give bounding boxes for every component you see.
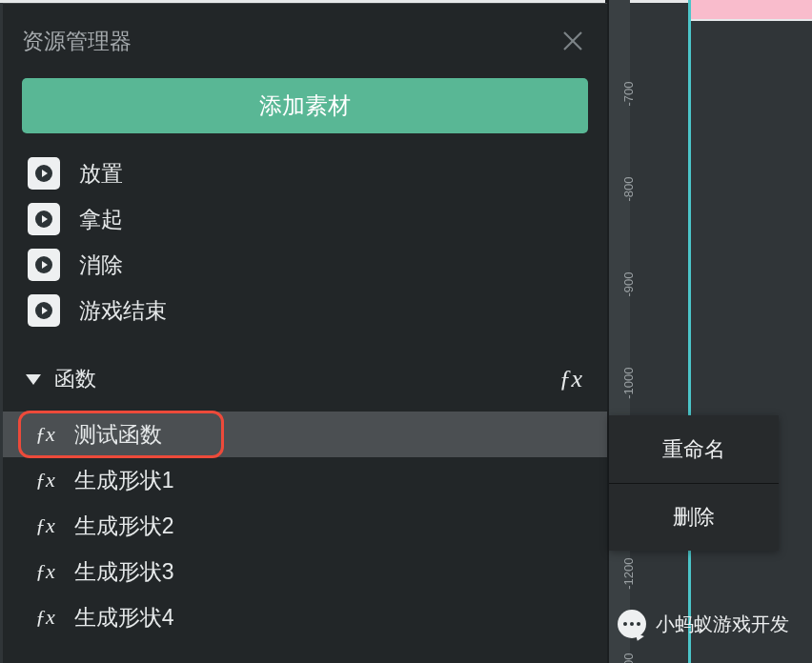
- ruler-tick: -1300: [621, 653, 636, 664]
- fx-icon: ƒx: [35, 513, 55, 538]
- asset-row-place[interactable]: 放置: [22, 151, 588, 196]
- watermark-text: 小蚂蚁游戏开发: [656, 612, 789, 637]
- close-icon[interactable]: [561, 30, 584, 52]
- play-icon: [28, 294, 60, 327]
- play-icon: [28, 203, 60, 235]
- function-row-shape2[interactable]: ƒx 生成形状2: [3, 503, 607, 549]
- ruler-tick: -1200: [621, 558, 636, 590]
- fx-icon: ƒx: [35, 605, 55, 630]
- chat-bubble-icon: [618, 610, 646, 638]
- ruler-tick: -1000: [621, 368, 636, 399]
- watermark: 小蚂蚁游戏开发: [618, 610, 789, 638]
- function-row-shape1[interactable]: ƒx 生成形状1: [3, 457, 607, 503]
- context-menu-item-label: 删除: [673, 503, 715, 532]
- add-asset-button[interactable]: 添加素材: [22, 78, 588, 133]
- function-label: 生成形状1: [74, 466, 174, 495]
- ruler-tick: -900: [621, 272, 636, 297]
- function-label: 生成形状3: [74, 557, 174, 587]
- function-label: 生成形状2: [74, 512, 174, 541]
- function-row-test[interactable]: ƒx 测试函数: [3, 412, 607, 457]
- panel-title: 资源管理器: [22, 27, 132, 56]
- fx-icon: ƒx: [35, 559, 55, 584]
- asset-row-pickup[interactable]: 拿起: [22, 196, 588, 242]
- functions-list: ƒx 测试函数 ƒx 生成形状1 ƒx 生成形状2 ƒx 生成形状3 ƒx: [22, 412, 588, 640]
- functions-section-label: 函数: [54, 365, 96, 393]
- panel-header: 资源管理器: [3, 4, 607, 78]
- vertical-ruler: -700 -800 -900 -1000 -1100 -1200 -1300: [609, 0, 630, 663]
- context-menu-delete[interactable]: 删除: [609, 483, 779, 551]
- resource-manager-panel: 资源管理器 添加素材 放置 拿起: [3, 3, 607, 663]
- ruler-tick: -800: [621, 177, 636, 202]
- asset-label: 放置: [79, 159, 123, 189]
- function-label: 生成形状4: [74, 603, 174, 633]
- fx-icon: ƒx: [35, 422, 55, 447]
- asset-label: 消除: [79, 251, 123, 280]
- fx-icon: ƒx: [35, 468, 55, 492]
- function-row-shape4[interactable]: ƒx 生成形状4: [3, 594, 607, 640]
- canvas-guide-line: [688, 0, 691, 663]
- asset-label: 拿起: [79, 205, 123, 234]
- context-menu-item-label: 重命名: [662, 435, 725, 464]
- fx-icon[interactable]: ƒx: [558, 365, 582, 393]
- asset-row-gameover[interactable]: 游戏结束: [22, 288, 588, 333]
- function-label: 测试函数: [74, 420, 162, 450]
- play-icon: [28, 249, 60, 281]
- add-asset-label: 添加素材: [259, 90, 351, 121]
- play-icon: [28, 157, 60, 190]
- canvas-selection-region: [690, 0, 812, 21]
- function-row-shape3[interactable]: ƒx 生成形状3: [3, 549, 607, 594]
- context-menu-rename[interactable]: 重命名: [609, 415, 779, 483]
- asset-row-clear[interactable]: 消除: [22, 242, 588, 288]
- asset-label: 游戏结束: [79, 296, 167, 326]
- context-menu: 重命名 删除: [609, 415, 779, 551]
- functions-section-header[interactable]: 函数 ƒx: [22, 360, 588, 398]
- ruler-tick: -700: [621, 82, 636, 107]
- chevron-down-icon: [26, 374, 41, 385]
